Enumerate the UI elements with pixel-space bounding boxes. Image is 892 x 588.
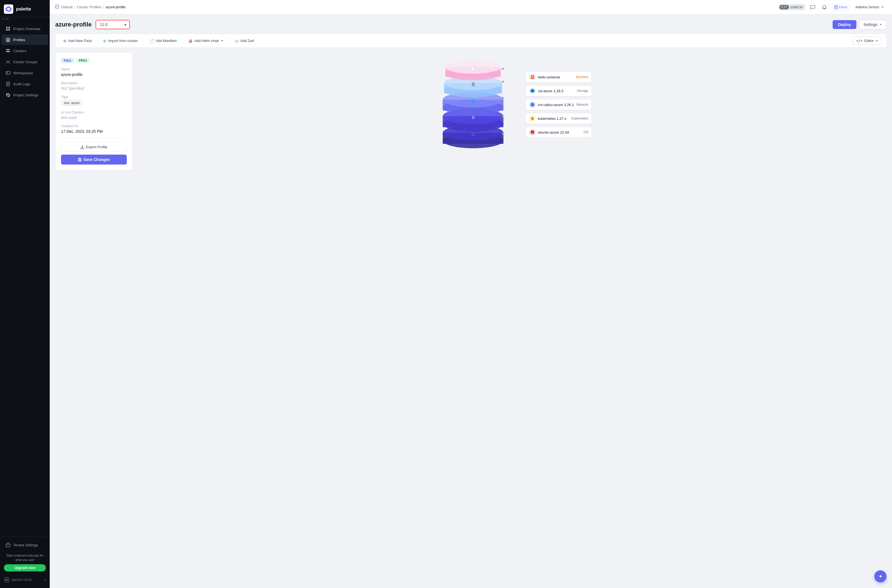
sidebar-item-cluster-groups[interactable]: Cluster Groups — [2, 57, 48, 67]
export-icon — [80, 145, 84, 149]
svg-rect-30 — [79, 158, 80, 159]
layer-list: hello-universe Manifest csi-azure 1.28.3… — [526, 72, 592, 138]
deploy-button[interactable]: Deploy — [833, 20, 857, 29]
zarf-icon: 🗂 — [235, 39, 239, 43]
upgrade-text: Start small and only pay for what you us… — [4, 554, 46, 562]
user-menu[interactable]: Adelina Simion — [853, 4, 886, 10]
sidebar-item-label: Project Overview — [13, 27, 40, 31]
user-name: Adelina Simion — [855, 5, 879, 9]
add-manifest-button[interactable]: 📄 Add Manifest — [146, 37, 180, 45]
save-label: Save Changes — [83, 158, 110, 162]
sidebar-item-tenant-settings[interactable]: Tenant Settings — [2, 540, 48, 550]
page-header: azure-profile 11.0 ▾ Deploy Settings — [55, 20, 886, 29]
settings-button[interactable]: Settings — [859, 20, 886, 29]
sidebar-item-audit-logs[interactable]: Audit Logs — [2, 79, 48, 89]
server-icon — [6, 48, 11, 53]
sidebar-item-project-settings[interactable]: Project Settings — [2, 90, 48, 100]
version-select[interactable]: 11.0 — [96, 20, 129, 29]
csi-azure-icon — [529, 87, 536, 94]
settings-icon — [6, 93, 11, 98]
layer-item-cni-calico[interactable]: 🌐 cni-calico-azure 3.26.1 Network — [526, 99, 592, 110]
toolbar-divider-3 — [182, 38, 183, 44]
tag-chip: env: azure — [61, 100, 83, 106]
layer-item-kubernetes[interactable]: kubernetes 1.27.x Kubernetes — [526, 113, 592, 124]
fab-button[interactable]: ✦ — [874, 570, 886, 582]
sidebar-item-workspaces[interactable]: Workspaces — [2, 68, 48, 78]
import-from-cluster-label: Import from cluster — [108, 39, 138, 43]
svg-text:⚙: ⚙ — [471, 116, 475, 120]
export-label: Export Profile — [86, 145, 107, 149]
profile-tags: FULL PROJ — [61, 58, 127, 63]
breadcrumb-cluster-profiles[interactable]: Cluster Profiles — [77, 5, 101, 9]
csi-azure-type: Storage — [577, 89, 588, 93]
layer-item-hello-universe[interactable]: hello-universe Manifest — [526, 72, 592, 82]
save-changes-button[interactable]: Save Changes — [61, 154, 127, 165]
svg-point-8 — [9, 50, 10, 50]
svg-text:🌐: 🌐 — [471, 99, 476, 104]
helm-chevron-icon — [221, 39, 224, 42]
kubernetes-icon — [529, 115, 536, 122]
grid-icon — [6, 26, 11, 31]
svg-text:🐧: 🐧 — [531, 131, 534, 134]
docs-button[interactable]: Docs — [832, 4, 850, 10]
version-select-inner: 11.0 ▾ — [96, 20, 129, 29]
toolbar-divider-4 — [229, 38, 229, 44]
sidebar-item-label: Tenant Settings — [13, 543, 38, 547]
kch-badge: 0.77 /100KCH — [778, 4, 805, 10]
svg-point-14 — [9, 63, 10, 63]
breadcrumb-separator-2: / — [103, 5, 104, 9]
collapse-icon[interactable]: ‹ — [45, 577, 46, 582]
add-zarf-button[interactable]: 🗂 Add Zarf — [231, 37, 257, 45]
page-content: azure-profile 11.0 ▾ Deploy Settings — [50, 14, 892, 588]
upgrade-button[interactable]: Upgrade now — [4, 564, 46, 572]
helm-icon: ⛵ — [188, 39, 193, 43]
toolbar-right: </> Editor — [853, 37, 882, 45]
page-title: azure-profile — [55, 21, 92, 28]
breadcrumb-default-icon — [55, 5, 59, 9]
tags-label: Tags — [61, 95, 127, 99]
breadcrumb-default[interactable]: Default — [61, 5, 73, 9]
kch-total: /100KCH — [790, 6, 803, 9]
layer-item-csi-azure[interactable]: csi-azure 1.28.3 Storage — [526, 85, 592, 96]
editor-chevron-icon — [875, 39, 878, 42]
manifest-icon: 📄 — [149, 39, 154, 43]
svg-text:🌐: 🌐 — [531, 103, 534, 106]
chat-icon[interactable] — [809, 3, 817, 11]
bell-icon[interactable] — [820, 3, 829, 11]
created-on-section: Created On 17 Dec, 2023, 03:25 PM — [61, 124, 127, 134]
add-new-pack-label: Add New Pack — [68, 39, 92, 43]
breadcrumb-separator-1: / — [74, 5, 75, 9]
clusters-icon — [6, 59, 11, 64]
description-value: Not Specified — [61, 86, 127, 90]
topbar: Default / Cluster Profiles / azure-profi… — [50, 0, 892, 14]
topbar-right: 0.77 /100KCH Docs Adelina Simion — [778, 3, 886, 11]
spectro-cloud-brand: spectro cloud — [4, 577, 31, 582]
ubuntu-azure-type: OS — [584, 130, 588, 134]
import-from-cluster-button[interactable]: ⊕ Import from cluster — [100, 37, 141, 45]
description-label: Description — [61, 81, 127, 85]
settings-chevron-icon — [879, 23, 882, 26]
profile-description-section: Description Not Specified — [61, 81, 127, 90]
export-profile-button[interactable]: Export Profile — [61, 142, 127, 152]
content-layout: FULL PROJ Name azure-profile Description… — [55, 52, 886, 170]
created-label: Created On — [61, 124, 127, 128]
svg-text:□: □ — [472, 132, 474, 136]
app-logo-icon — [4, 4, 13, 14]
sidebar-item-profiles[interactable]: Profiles — [2, 34, 48, 45]
editor-button[interactable]: </> Editor — [853, 37, 882, 45]
tag-full: FULL — [61, 58, 74, 63]
add-new-pack-button[interactable]: ⊕ Add New Pack — [60, 37, 95, 45]
cni-calico-icon: 🌐 — [529, 101, 536, 108]
sidebar-item-project-overview[interactable]: Project Overview — [2, 24, 48, 34]
editor-label: Editor — [864, 39, 874, 43]
page-header-right: Deploy Settings — [833, 20, 886, 29]
svg-point-51 — [502, 68, 504, 70]
svg-rect-2 — [6, 27, 8, 28]
svg-rect-5 — [8, 29, 10, 31]
layer-item-ubuntu-azure[interactable]: 🐧 ubuntu-azure 22.04 OS — [526, 127, 592, 138]
editor-icon: </> — [856, 39, 863, 43]
sidebar-item-clusters[interactable]: Clusters — [2, 45, 48, 56]
svg-point-54 — [502, 116, 504, 118]
add-helm-chart-button[interactable]: ⛵ Add Helm chart — [185, 37, 227, 45]
fab-icon: ✦ — [878, 573, 883, 579]
